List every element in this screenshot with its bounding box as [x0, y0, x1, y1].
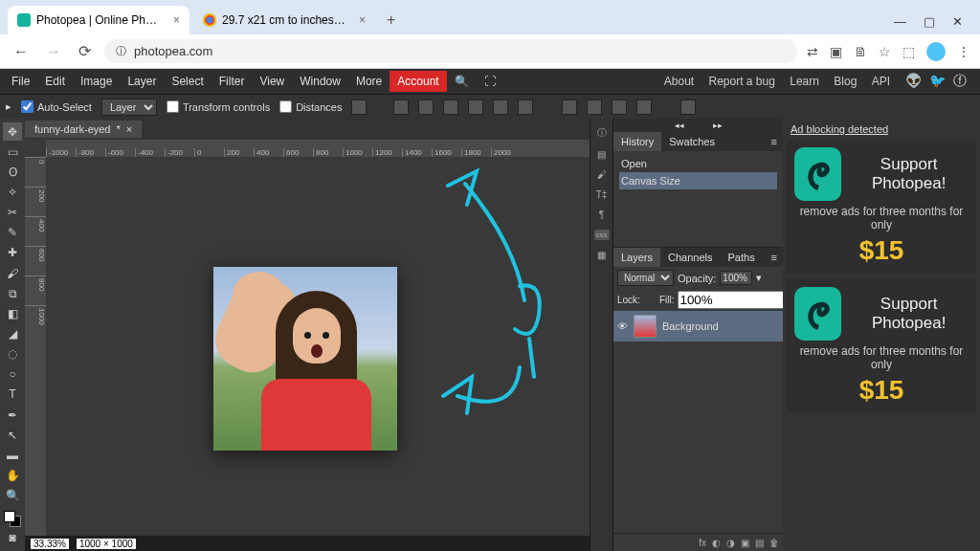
- tab-channels[interactable]: Channels: [660, 248, 720, 267]
- close-document-icon[interactable]: ×: [126, 123, 132, 135]
- search-icon[interactable]: 🔍: [447, 71, 477, 92]
- align-left-icon[interactable]: [393, 99, 409, 115]
- align-right-icon[interactable]: [443, 99, 458, 115]
- url-input[interactable]: ⓘ photopea.com: [104, 39, 797, 63]
- history-item[interactable]: Canvas Size: [619, 172, 777, 189]
- align-center-h-icon[interactable]: [418, 99, 434, 115]
- site-info-icon[interactable]: ⓘ: [116, 44, 126, 58]
- layer-adjustment-icon[interactable]: ◑: [726, 538, 735, 548]
- translate-icon[interactable]: ⇄: [807, 44, 818, 59]
- tab-paths[interactable]: Paths: [721, 248, 763, 267]
- align-middle-v-icon[interactable]: [493, 99, 508, 115]
- browser-tab-inactive[interactable]: 29.7 x21 cm to inches - Google ×: [193, 6, 375, 34]
- align-icon[interactable]: [351, 99, 367, 115]
- auto-select-target[interactable]: Layer: [101, 99, 157, 116]
- close-tab-icon[interactable]: ×: [173, 13, 180, 27]
- tool-preset-icon[interactable]: ▸: [6, 100, 11, 113]
- distribute-v-icon[interactable]: [587, 99, 602, 115]
- collapse-left-icon[interactable]: ◂◂: [675, 121, 684, 130]
- move-tool[interactable]: ✥: [3, 122, 22, 141]
- menu-layer[interactable]: Layer: [120, 71, 164, 92]
- info-panel-icon[interactable]: ⓘ: [597, 126, 607, 140]
- panel-menu-icon[interactable]: ≡: [766, 248, 783, 267]
- actions-panel-icon[interactable]: ▦: [597, 250, 606, 260]
- delete-layer-icon[interactable]: 🗑: [769, 538, 779, 548]
- eyedropper-tool[interactable]: ✎: [3, 224, 22, 242]
- menu-image[interactable]: Image: [73, 71, 120, 92]
- marquee-tool[interactable]: ▭: [3, 143, 22, 161]
- path-tool[interactable]: ↖: [3, 426, 22, 444]
- layer-row[interactable]: 👁 Background: [613, 311, 783, 342]
- reload-button[interactable]: ⟳: [75, 38, 95, 64]
- css-panel-icon[interactable]: css: [594, 230, 610, 240]
- eraser-tool[interactable]: ◧: [3, 304, 22, 322]
- menu-more[interactable]: More: [348, 71, 390, 92]
- quickmask-icon[interactable]: ◙: [3, 529, 22, 547]
- support-ad[interactable]: Support Photopea! remove ads for three m…: [787, 279, 976, 413]
- extensions-icon[interactable]: ⬚: [902, 44, 915, 59]
- layer-mask-icon[interactable]: ◐: [712, 538, 721, 548]
- tab-swatches[interactable]: Swatches: [661, 132, 723, 151]
- menu-edit[interactable]: Edit: [37, 71, 73, 92]
- canvas-document[interactable]: [213, 267, 397, 451]
- profile-avatar[interactable]: [926, 42, 946, 61]
- stamp-tool[interactable]: ⧉: [3, 284, 22, 302]
- fullscreen-icon[interactable]: ⛶: [477, 71, 503, 92]
- ruler-horizontal[interactable]: -1000-800-600-400-2000200400600800100012…: [46, 140, 590, 157]
- menu-file[interactable]: File: [4, 71, 37, 92]
- pen-tool[interactable]: ✒: [3, 406, 22, 424]
- histogram-panel-icon[interactable]: ▤: [597, 149, 606, 160]
- link-about[interactable]: About: [658, 71, 700, 92]
- align-bottom-icon[interactable]: [518, 99, 533, 115]
- blend-mode-select[interactable]: Normal: [617, 270, 674, 286]
- link-api[interactable]: API: [866, 71, 896, 92]
- twitter-icon[interactable]: 🐦: [929, 73, 946, 90]
- panel-menu-icon[interactable]: ≡: [766, 132, 783, 151]
- history-item[interactable]: Open: [619, 155, 777, 172]
- more-options-icon[interactable]: [636, 99, 652, 115]
- bookmark-icon[interactable]: ☆: [879, 44, 891, 59]
- new-tab-button[interactable]: +: [379, 6, 403, 34]
- type-tool[interactable]: T: [3, 386, 22, 404]
- color-swatches[interactable]: [4, 511, 21, 527]
- layer-thumbnail[interactable]: [634, 315, 657, 338]
- gradient-tool[interactable]: ◢: [3, 324, 22, 342]
- brush-tool[interactable]: 🖌: [3, 264, 22, 282]
- cast-icon[interactable]: ▣: [830, 44, 842, 59]
- transform-controls-checkbox[interactable]: [167, 100, 179, 113]
- facebook-icon[interactable]: ⓕ: [953, 73, 967, 90]
- window-close-icon[interactable]: ✕: [952, 14, 963, 29]
- layer-name[interactable]: Background: [662, 320, 719, 332]
- close-tab-icon[interactable]: ×: [359, 13, 366, 27]
- menu-window[interactable]: Window: [292, 71, 348, 92]
- heal-tool[interactable]: ✚: [3, 244, 22, 262]
- browser-tab-active[interactable]: Photopea | Online Photo Editor ×: [8, 6, 189, 34]
- document-tab[interactable]: funny-dark-eyed * ×: [25, 121, 142, 138]
- ruler-vertical[interactable]: 02004006008001000: [25, 157, 46, 536]
- layer-folder-icon[interactable]: ▣: [741, 538, 749, 548]
- brush-panel-icon[interactable]: 🖌: [597, 169, 607, 180]
- grid-icon[interactable]: [680, 99, 696, 115]
- link-report[interactable]: Report a bug: [703, 71, 781, 92]
- link-learn[interactable]: Learn: [784, 71, 825, 92]
- crop-tool[interactable]: ✂: [3, 204, 22, 222]
- layer-fx-icon[interactable]: fx: [699, 538, 706, 548]
- zoom-tool[interactable]: 🔍: [3, 487, 22, 505]
- tab-history[interactable]: History: [613, 132, 661, 151]
- auto-select-checkbox[interactable]: [21, 100, 33, 113]
- menu-select[interactable]: Select: [164, 71, 211, 92]
- canvas-area[interactable]: -1000-800-600-400-2000200400600800100012…: [25, 140, 590, 536]
- back-button[interactable]: ←: [10, 39, 33, 64]
- reddit-icon[interactable]: 👽: [905, 73, 922, 90]
- distances-checkbox[interactable]: [279, 100, 292, 113]
- account-button[interactable]: Account: [390, 71, 446, 92]
- paragraph-panel-icon[interactable]: ¶: [599, 209, 604, 220]
- hand-tool[interactable]: ✋: [3, 466, 22, 484]
- support-ad[interactable]: Support Photopea! remove ads for three m…: [787, 140, 976, 274]
- zoom-level[interactable]: 33.33%: [31, 539, 69, 549]
- menu-view[interactable]: View: [252, 71, 292, 92]
- distribute-spacing-icon[interactable]: [612, 99, 627, 115]
- menu-filter[interactable]: Filter: [212, 71, 253, 92]
- distribute-h-icon[interactable]: [562, 99, 577, 115]
- window-minimize-icon[interactable]: —: [894, 14, 906, 29]
